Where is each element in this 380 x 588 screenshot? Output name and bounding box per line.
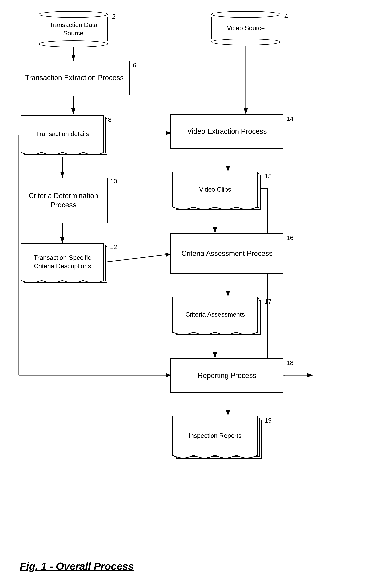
figure-title: Fig. 1 - Overall Process [20, 560, 134, 572]
num-19: 19 [265, 417, 272, 424]
reporting-process: Reporting Process [171, 358, 284, 393]
criteria-determination-label: Criteria Determination Process [19, 191, 107, 210]
video-source: Video Source [211, 11, 281, 45]
inspection-reports-stack: Inspection Reports [172, 416, 262, 463]
video-clips-label: Video Clips [199, 185, 231, 194]
transaction-extraction-process: Transaction Extraction Process [19, 61, 130, 95]
num-10: 10 [110, 178, 117, 185]
criteria-determination-process: Criteria Determination Process [19, 178, 108, 223]
video-source-label: Video Source [227, 24, 265, 32]
video-extraction-process: Video Extraction Process [171, 114, 284, 149]
num-6: 6 [133, 62, 136, 69]
criteria-assessments-stack: Criteria Assessments [172, 297, 262, 338]
num-2: 2 [112, 13, 115, 20]
criteria-assessments-label: Criteria Assessments [185, 311, 245, 319]
transaction-details-stack: Transaction details [21, 115, 108, 159]
criteria-assessment-process: Criteria Assessment Process [171, 233, 284, 274]
reporting-process-label: Reporting Process [198, 371, 256, 380]
num-18: 18 [286, 359, 294, 367]
num-4: 4 [285, 13, 288, 20]
transaction-data-source-label: Transaction Data Source [41, 21, 105, 37]
transaction-extraction-label: Transaction Extraction Process [25, 73, 124, 83]
num-14: 14 [286, 115, 294, 123]
transaction-details-label: Transaction details [36, 130, 89, 138]
inspection-reports-label: Inspection Reports [189, 432, 242, 440]
diagram-container: Transaction Data Source 2 Video Source 4… [0, 0, 380, 588]
video-clips-stack: Video Clips [172, 172, 262, 213]
criteria-assessment-label: Criteria Assessment Process [181, 249, 273, 258]
transaction-specific-criteria-label: Transaction-Specific Criteria Descriptio… [23, 254, 101, 270]
num-17: 17 [265, 298, 272, 305]
num-16: 16 [286, 234, 294, 242]
num-15: 15 [265, 173, 272, 180]
video-extraction-label: Video Extraction Process [187, 127, 267, 136]
num-12: 12 [110, 243, 117, 251]
svg-line-10 [106, 254, 171, 262]
transaction-specific-criteria-stack: Transaction-Specific Criteria Descriptio… [21, 243, 108, 287]
num-8: 8 [108, 116, 112, 124]
transaction-data-source: Transaction Data Source [39, 11, 108, 47]
